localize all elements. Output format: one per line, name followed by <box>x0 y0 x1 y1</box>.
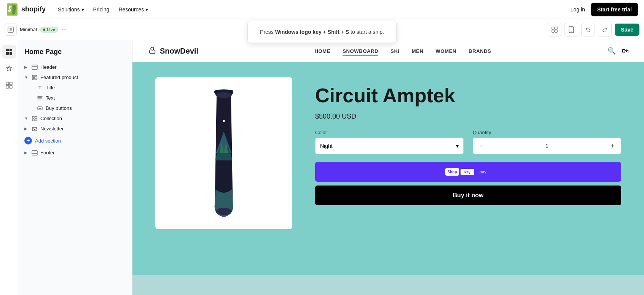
live-badge: Live <box>40 27 58 33</box>
store-nav-home[interactable]: HOME <box>315 48 331 54</box>
solutions-nav-link[interactable]: Solutions ▾ <box>58 6 84 13</box>
search-icon[interactable]: 🔍 <box>607 47 616 55</box>
product-image-container <box>155 77 292 229</box>
title-label: Title <box>46 85 126 90</box>
sidebar-item-text[interactable]: Text <box>18 93 132 103</box>
resources-nav-link[interactable]: Resources ▾ <box>118 6 148 13</box>
svg-text:pay: pay <box>480 170 486 174</box>
buy-buttons-icon <box>37 106 43 110</box>
live-dot-icon <box>43 29 45 31</box>
nav-links: Solutions ▾ Pricing Resources ▾ <box>58 6 571 13</box>
svg-text:Pay: Pay <box>464 170 470 174</box>
grid-view-button[interactable] <box>548 23 561 36</box>
svg-rect-3 <box>555 27 557 29</box>
save-button[interactable]: Save <box>615 24 639 36</box>
sidebar-item-title[interactable]: T Title <box>18 82 132 93</box>
shopify-logo[interactable]: shopify <box>6 3 46 16</box>
store-nav-brands[interactable]: BRANDS <box>469 48 491 54</box>
quantity-control: − 1 + <box>473 138 621 154</box>
quantity-label: Quantity <box>473 130 621 135</box>
chevron-down-icon: ▼ <box>24 116 29 121</box>
newsletter-label: Newsletter <box>40 126 126 132</box>
sidebar-item-buy-buttons[interactable]: Buy buttons <box>18 103 132 113</box>
undo-button[interactable] <box>581 23 595 36</box>
buy-now-button[interactable]: Buy it now <box>315 186 621 205</box>
svg-rect-9 <box>10 49 12 51</box>
product-price: $500.00 USD <box>315 113 621 121</box>
start-free-trial-button[interactable]: Start free trial <box>591 3 638 16</box>
svg-point-27 <box>216 92 232 98</box>
log-in-button[interactable]: Log in <box>571 6 585 13</box>
product-info: Circuit Amptek $500.00 USD Color Night ▾… <box>315 77 621 205</box>
left-panel: Home Page ▶ Header ▼ Featured product T … <box>18 40 132 295</box>
store-nav-women[interactable]: WOMEN <box>436 48 457 54</box>
chevron-down-icon: ▾ <box>81 6 84 13</box>
svg-rect-20 <box>35 116 37 118</box>
apps-icon-button[interactable] <box>2 78 16 92</box>
buy-buttons-label: Buy buttons <box>46 105 126 111</box>
top-navigation: shopify Solutions ▾ Pricing Resources ▾ … <box>0 0 644 19</box>
svg-rect-5 <box>555 30 557 32</box>
color-select[interactable]: Night ▾ <box>315 138 464 154</box>
svg-rect-2 <box>552 27 554 29</box>
featured-product-icon <box>31 75 38 80</box>
add-section-button[interactable]: + Add section <box>18 134 132 148</box>
shop-pay-button[interactable]: Shop Pay pay <box>315 162 621 182</box>
svg-rect-19 <box>32 116 34 118</box>
editor-more-button[interactable]: ··· <box>61 25 67 33</box>
store-name-label: Minimal <box>20 27 37 32</box>
cart-icon[interactable]: 🛍 <box>622 47 629 55</box>
redo-button[interactable] <box>598 23 612 36</box>
store-nav-snowboard[interactable]: SNOWBOARD <box>343 48 378 54</box>
svg-rect-10 <box>6 52 9 55</box>
page-title: Home Page <box>18 45 132 62</box>
svg-rect-8 <box>6 49 9 51</box>
svg-rect-21 <box>32 119 34 121</box>
svg-rect-12 <box>6 82 9 85</box>
svg-rect-16 <box>32 65 37 70</box>
add-section-label: Add section <box>35 138 61 144</box>
sidebar-item-newsletter[interactable]: ▶ Newsletter <box>18 124 132 134</box>
featured-product-label: Featured product <box>40 75 126 80</box>
sidebar-item-header[interactable]: ▶ Header <box>18 62 132 72</box>
store-nav-ski[interactable]: SKI <box>391 48 400 54</box>
store-navigation: HOME SNOWBOARD SKI MEN WOMEN BRANDS <box>315 48 491 54</box>
svg-point-28 <box>216 208 232 215</box>
svg-rect-14 <box>6 86 9 88</box>
svg-point-7 <box>571 31 572 32</box>
chevron-right-icon: ▶ <box>24 127 29 131</box>
sidebar-item-footer[interactable]: ▶ Footer <box>18 148 132 158</box>
color-option-group: Color Night ▾ <box>315 130 464 154</box>
color-value: Night <box>320 143 333 149</box>
shopify-wordmark: shopify <box>21 5 46 13</box>
svg-rect-4 <box>552 30 554 32</box>
chevron-down-icon: ▾ <box>456 143 459 149</box>
sidebar-item-featured-product[interactable]: ▼ Featured product <box>18 72 132 82</box>
svg-rect-0 <box>7 3 18 16</box>
mobile-preview-button[interactable] <box>564 23 578 36</box>
chevron-down-icon: ▼ <box>24 75 29 79</box>
product-image <box>193 89 254 218</box>
color-label: Color <box>315 130 464 135</box>
nav-right: Log in Start free trial <box>571 3 638 16</box>
svg-rect-24 <box>32 151 37 155</box>
sidebar-item-collection[interactable]: ▼ Collection <box>18 113 132 124</box>
sections-icon-button[interactable] <box>2 45 16 59</box>
quantity-decrease-button[interactable]: − <box>473 138 490 154</box>
footer-icon <box>31 150 38 155</box>
design-icon-button[interactable] <box>2 62 16 75</box>
editor-back-button[interactable] <box>5 24 17 36</box>
text-icon <box>37 96 43 100</box>
product-title: Circuit Amptek <box>315 85 621 106</box>
store-nav-men[interactable]: MEN <box>412 48 424 54</box>
svg-text:Shop: Shop <box>448 170 457 174</box>
newsletter-icon <box>31 127 38 131</box>
quantity-increase-button[interactable]: + <box>604 138 621 154</box>
pricing-nav-link[interactable]: Pricing <box>93 6 110 13</box>
store-header-right: 🔍 🛍 <box>607 47 629 55</box>
add-icon: + <box>24 137 32 144</box>
footer-label: Footer <box>40 150 126 155</box>
title-icon: T <box>37 85 43 90</box>
canvas-area: SnowDevil HOME SNOWBOARD SKI MEN WOMEN B… <box>132 40 644 295</box>
chevron-right-icon: ▶ <box>24 151 29 155</box>
